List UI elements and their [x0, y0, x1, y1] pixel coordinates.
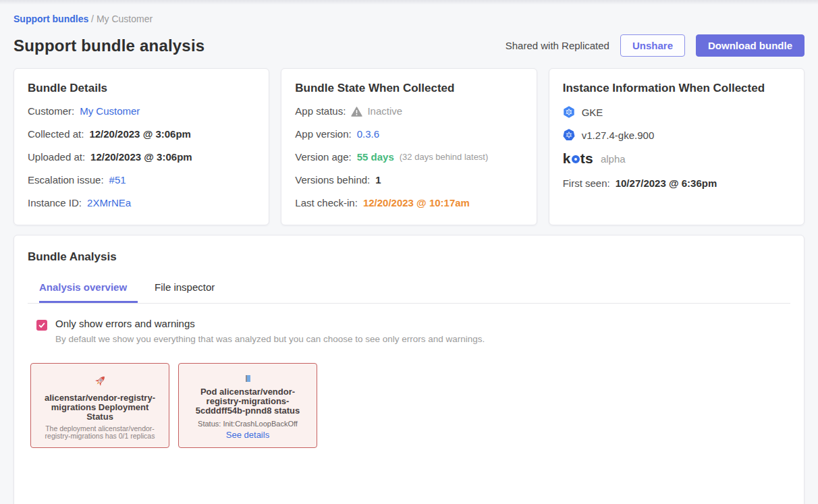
shared-status-text: Shared with Replicated — [506, 40, 609, 51]
analysis-item-description: The deployment alicenstar/vendor-registr… — [40, 425, 160, 439]
kots-logo-o-icon — [572, 155, 580, 163]
instance-id-row: Instance ID: 2XMrNEa — [28, 196, 255, 210]
unshare-button[interactable]: Unshare — [620, 34, 685, 57]
breadcrumb: Support bundles / My Customer — [13, 13, 805, 24]
app-version-link[interactable]: 0.3.6 — [357, 128, 379, 141]
support-bundle-analysis-page: Support bundles / My Customer Support bu… — [0, 13, 818, 504]
pod-status-item[interactable]: Pod alicenstar/vendor-registry-migration… — [178, 363, 317, 448]
app-version-row: App version: 0.3.6 — [295, 128, 522, 141]
kubernetes-icon — [563, 129, 575, 141]
analysis-tabs: Analysis overview File inspector — [28, 281, 790, 304]
uploaded-at-value: 12/20/2023 @ 3:06pm — [90, 150, 192, 164]
kots-row: kts alpha — [563, 150, 790, 167]
last-checkin-label: Last check-in: — [295, 196, 358, 210]
filter-text: Only show errors and warnings By default… — [55, 318, 485, 344]
info-cards-row: Bundle Details Customer: My Customer Col… — [13, 68, 805, 225]
header-actions: Shared with Replicated Unshare Download … — [506, 34, 805, 57]
customer-row: Customer: My Customer — [28, 105, 255, 118]
breadcrumb-separator: / — [91, 13, 97, 24]
tab-analysis-overview[interactable]: Analysis overview — [39, 281, 138, 303]
customer-link[interactable]: My Customer — [80, 105, 140, 118]
page-title: Support bundle analysis — [13, 36, 204, 55]
escalation-issue-link[interactable]: #51 — [109, 173, 126, 187]
bundle-analysis-title: Bundle Analysis — [28, 250, 790, 264]
gke-icon — [563, 106, 575, 118]
bundle-details-card: Bundle Details Customer: My Customer Col… — [13, 68, 269, 225]
analysis-items-row: alicenstar/vendor-registry-migrations De… — [30, 363, 790, 448]
app-status-row: App status: Inactive — [295, 105, 522, 118]
uploaded-at-label: Uploaded at: — [28, 150, 85, 164]
escalation-issue-row: Escalation issue: #51 — [28, 173, 255, 187]
errors-warnings-filter: Only show errors and warnings By default… — [36, 318, 790, 344]
version-age-row: Version age: 55 days (32 days behind lat… — [295, 150, 522, 164]
distribution-value: GKE — [582, 107, 603, 118]
versions-behind-label: Versions behind: — [295, 173, 370, 187]
filter-label[interactable]: Only show errors and warnings — [55, 318, 485, 329]
version-age-label: Version age: — [295, 150, 351, 164]
last-checkin-row: Last check-in: 12/20/2023 @ 10:17am — [295, 196, 522, 210]
app-status-text: Inactive — [367, 105, 402, 118]
last-checkin-value: 12/20/2023 @ 10:17am — [363, 196, 470, 210]
escalation-issue-label: Escalation issue: — [28, 173, 104, 187]
breadcrumb-current: My Customer — [97, 13, 153, 24]
analysis-item-title: Pod alicenstar/vendor-registry-migration… — [188, 387, 308, 416]
bundle-analysis-card: Bundle Analysis Analysis overview File i… — [13, 235, 805, 504]
app-status-value: Inactive — [351, 105, 402, 118]
rocket-icon — [92, 374, 107, 389]
version-age-note: (32 days behind latest) — [400, 150, 489, 164]
breadcrumb-support-bundles-link[interactable]: Support bundles — [13, 13, 88, 24]
tab-file-inspector[interactable]: File inspector — [155, 281, 215, 303]
first-seen-row: First seen: 10/27/2023 @ 6:36pm — [563, 177, 790, 190]
analysis-item-title: alicenstar/vendor-registry-migrations De… — [40, 393, 159, 422]
k8s-version-row: v1.27.4-gke.900 — [563, 129, 790, 141]
top-navbar-shadow — [0, 0, 818, 5]
distribution-row: GKE — [563, 106, 790, 118]
see-details-link[interactable]: See details — [226, 430, 269, 440]
instance-info-card: Instance Information When Collected — [549, 68, 805, 225]
app-version-label: App version: — [295, 128, 351, 141]
versions-behind-row: Versions behind: 1 — [295, 173, 522, 187]
broken-image-icon — [246, 374, 250, 383]
versions-behind-value: 1 — [375, 173, 381, 187]
collected-at-label: Collected at: — [28, 128, 84, 141]
k8s-version-value: v1.27.4-gke.900 — [582, 130, 655, 141]
uploaded-at-row: Uploaded at: 12/20/2023 @ 3:06pm — [28, 150, 255, 164]
customer-label: Customer: — [28, 105, 74, 118]
bundle-details-title: Bundle Details — [28, 82, 255, 95]
instance-id-label: Instance ID: — [28, 196, 82, 210]
warning-icon — [351, 107, 362, 117]
instance-id-link[interactable]: 2XMrNEa — [87, 196, 131, 210]
bundle-state-card: Bundle State When Collected App status: … — [281, 68, 537, 225]
instance-info-title: Instance Information When Collected — [563, 82, 790, 95]
first-seen-value: 10/27/2023 @ 6:36pm — [616, 177, 717, 190]
filter-description: By default we show you everything that w… — [55, 334, 485, 344]
collected-at-value: 12/20/2023 @ 3:06pm — [89, 128, 191, 141]
channel-label: alpha — [601, 153, 626, 165]
bundle-state-title: Bundle State When Collected — [295, 82, 522, 95]
analysis-item-status: Status: Init:CrashLoopBackOff — [198, 420, 298, 428]
version-age-value: 55 days — [357, 150, 394, 164]
page-header: Support bundle analysis Shared with Repl… — [13, 34, 805, 57]
collected-at-row: Collected at: 12/20/2023 @ 3:06pm — [28, 128, 255, 141]
kots-logo: kts — [563, 150, 593, 167]
download-bundle-button[interactable]: Download bundle — [696, 34, 805, 57]
app-status-label: App status: — [295, 105, 346, 118]
deployment-status-item[interactable]: alicenstar/vendor-registry-migrations De… — [30, 363, 169, 448]
first-seen-label: First seen: — [563, 177, 610, 190]
errors-warnings-checkbox[interactable] — [36, 320, 47, 331]
